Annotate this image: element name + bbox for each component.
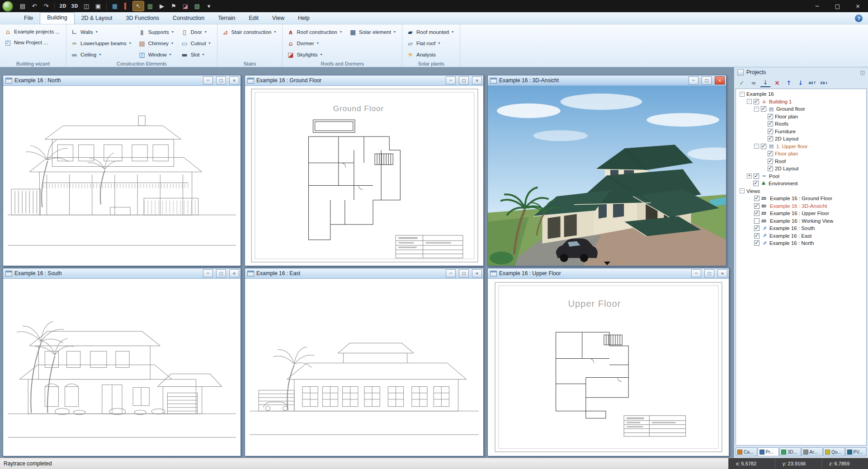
tree-item-example-16[interactable]: Example 16	[736, 90, 866, 98]
maximize-button[interactable]: □	[459, 269, 469, 277]
checkbox[interactable]	[754, 233, 760, 239]
tree-item[interactable]: 2D Layout	[736, 135, 866, 143]
tree-item[interactable]: Roof	[736, 158, 866, 165]
sort-asc-icon[interactable]: az↑	[807, 78, 818, 88]
window-titlebar[interactable]: Example 16 : 3D-Ansicht ─ □ ×	[488, 75, 726, 86]
tree-item[interactable]: 2D Layout	[736, 165, 866, 173]
maximize-icon[interactable]: □	[827, 0, 848, 12]
checkbox[interactable]	[754, 218, 760, 224]
eraser-icon[interactable]: ◪	[180, 1, 191, 11]
tree-item[interactable]: Floor plan	[736, 113, 866, 121]
close-button[interactable]: ×	[715, 76, 725, 84]
tab-building[interactable]: Building	[40, 12, 74, 24]
skylights-button[interactable]: Skylights▾	[287, 49, 342, 60]
close-icon[interactable]: ×	[848, 0, 868, 12]
checkbox[interactable]	[761, 144, 766, 149]
example-projects-button[interactable]: Example projects ...	[4, 26, 60, 37]
solar-element-button[interactable]: Solar element▾	[349, 27, 396, 38]
panel-tab-projects[interactable]: Pr...	[758, 447, 779, 456]
dormer-button[interactable]: Dormer▾	[287, 38, 342, 49]
grid-icon[interactable]: ▦	[109, 1, 120, 11]
tree-item-pool[interactable]: ≈ Pool	[736, 173, 866, 180]
collapse-icon[interactable]	[740, 188, 745, 193]
tree-item-views[interactable]: Views	[736, 188, 866, 195]
tab-3d-functions[interactable]: 3D Functions	[119, 13, 166, 24]
confirm-icon[interactable]: ✓	[736, 78, 747, 88]
panel-tab-area[interactable]: Ar...	[802, 447, 823, 456]
door-button[interactable]: Door▾	[181, 27, 211, 38]
panel-tab-3d[interactable]: 3D...	[779, 447, 801, 456]
move-down-icon[interactable]: ↓	[795, 78, 806, 88]
flag-icon[interactable]: ⚑	[168, 1, 179, 11]
sort-desc-icon[interactable]: za↓	[819, 78, 830, 88]
checkbox[interactable]	[768, 129, 773, 134]
window-titlebar[interactable]: Example 16 : Ground Floor ─ □ ×	[245, 75, 483, 86]
expand-icon[interactable]	[747, 174, 752, 178]
tab-edit[interactable]: Edit	[242, 13, 266, 24]
draw-icon[interactable]: ▍	[121, 1, 132, 11]
render-canvas-3d[interactable]	[488, 86, 726, 266]
maximize-button[interactable]: □	[216, 269, 226, 277]
panel-tab-pv[interactable]: PV...	[845, 447, 867, 456]
tree-item-upper-floor[interactable]: ▤ 1. Upper floor	[736, 143, 866, 150]
redo-icon[interactable]: ↷	[41, 1, 52, 11]
checkbox[interactable]	[768, 166, 773, 171]
checkbox[interactable]	[753, 181, 759, 186]
help-icon[interactable]: ?	[855, 14, 863, 22]
drawing-canvas-upper-floor[interactable]: Upper Floor	[488, 279, 729, 456]
roof-mounted-button[interactable]: Roof mounted▾	[406, 27, 453, 38]
maximize-button[interactable]: □	[704, 269, 714, 277]
maximize-button[interactable]: □	[702, 76, 712, 84]
tree-item-view-south[interactable]: ⇗ Example 16 : South	[736, 225, 866, 232]
close-button[interactable]: ×	[717, 269, 727, 277]
close-button[interactable]: ×	[472, 269, 482, 277]
minimize-icon[interactable]: ─	[807, 0, 827, 12]
window-titlebar[interactable]: Example 16 : East ─ □ ×	[245, 268, 483, 279]
supports-button[interactable]: Supports▾	[138, 27, 174, 38]
tab-file[interactable]: File	[17, 13, 40, 24]
view-2d-icon[interactable]: 2D	[57, 1, 68, 11]
tree-item-view-ground-floor[interactable]: 2D Example 16 : Ground Floor	[736, 195, 866, 202]
drawing-canvas-north[interactable]	[3, 86, 241, 266]
texture-icon[interactable]: ▧	[192, 1, 203, 11]
tree-item-view-upper-floor[interactable]: 2D Example 16 : Upper Floor	[736, 210, 866, 217]
drawing-canvas-south[interactable]	[3, 279, 241, 456]
undo-icon[interactable]: ↶	[29, 1, 40, 11]
collapse-icon[interactable]	[740, 92, 745, 97]
import-icon[interactable]: ↓	[760, 79, 771, 87]
walls-button[interactable]: Walls▾	[71, 27, 131, 38]
tree-item-view-3d-ansicht[interactable]: 3D Example 16 : 3D-Ansicht	[736, 202, 866, 210]
lower-upper-beams-button[interactable]: Lower/upper beams▾	[71, 38, 131, 49]
ceiling-button[interactable]: Ceiling▾	[71, 49, 131, 60]
checkbox[interactable]	[768, 121, 773, 127]
collapse-icon[interactable]	[754, 144, 759, 149]
glasses-icon[interactable]: ∞	[748, 78, 759, 88]
window-button[interactable]: Window▾	[138, 49, 174, 60]
tree-item-view-north[interactable]: ⇗ Example 16 : North	[736, 239, 866, 247]
maximize-button[interactable]: □	[459, 76, 469, 84]
panel-tab-catalog[interactable]: Ca...	[736, 447, 757, 456]
close-button[interactable]: ×	[229, 269, 239, 277]
minimize-button[interactable]: ─	[446, 269, 456, 277]
minimize-button[interactable]: ─	[689, 76, 698, 84]
tree-item-ground-floor[interactable]: ▤ Ground floor	[736, 105, 866, 113]
collapse-icon[interactable]	[747, 99, 752, 104]
panel-tab-quantities[interactable]: Qu...	[823, 447, 845, 456]
more-tools-icon[interactable]: ▾	[203, 1, 214, 11]
new-project-button[interactable]: New Project ...	[4, 37, 60, 48]
minimize-button[interactable]: ─	[203, 269, 213, 277]
chart-icon[interactable]: ▥	[145, 1, 156, 11]
chimney-button[interactable]: Chimney▾	[138, 38, 174, 49]
tile-windows-icon[interactable]: ◫	[81, 1, 92, 11]
slot-button[interactable]: Slot▾	[181, 49, 211, 60]
tab-2d-layout[interactable]: 2D & Layout	[75, 13, 119, 24]
checkbox[interactable]	[768, 151, 773, 156]
checkbox[interactable]	[754, 211, 760, 216]
checkbox[interactable]	[754, 240, 760, 246]
tab-construction[interactable]: Construction	[166, 13, 211, 24]
checkbox[interactable]	[768, 136, 773, 141]
checkbox[interactable]	[754, 196, 760, 201]
cutout-button[interactable]: Cutout▾	[181, 38, 211, 49]
roof-construction-button[interactable]: Roof construction▾	[287, 27, 342, 38]
pointer-icon[interactable]: ▶	[156, 1, 167, 11]
